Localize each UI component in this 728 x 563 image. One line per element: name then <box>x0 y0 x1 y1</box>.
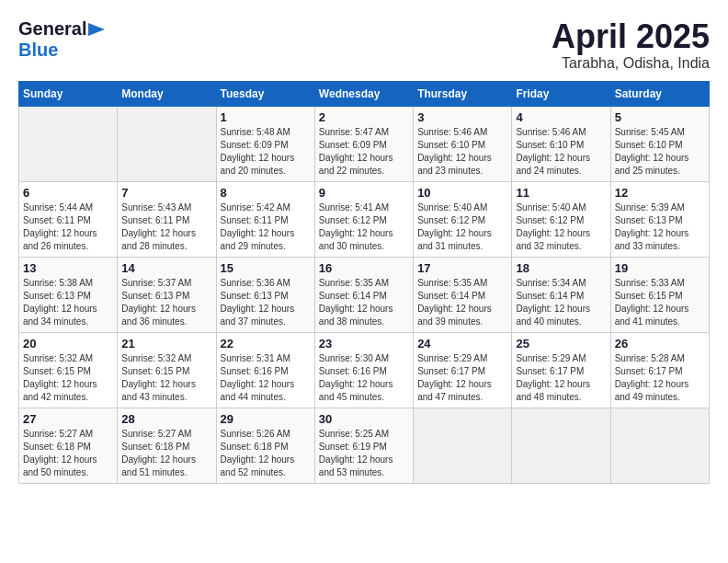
day-info: Sunrise: 5:29 AM Sunset: 6:17 PM Dayligh… <box>516 352 606 404</box>
day-info: Sunrise: 5:25 AM Sunset: 6:19 PM Dayligh… <box>319 428 409 479</box>
day-number: 14 <box>121 261 211 275</box>
day-number: 30 <box>319 412 409 426</box>
calendar-cell: 21Sunrise: 5:32 AM Sunset: 6:15 PM Dayli… <box>118 332 216 408</box>
day-number: 19 <box>615 261 705 275</box>
calendar-cell: 10Sunrise: 5:40 AM Sunset: 6:12 PM Dayli… <box>414 181 512 257</box>
day-info: Sunrise: 5:46 AM Sunset: 6:10 PM Dayligh… <box>516 126 606 178</box>
header-row: Sunday Monday Tuesday Wednesday Thursday… <box>19 81 710 106</box>
day-info: Sunrise: 5:41 AM Sunset: 6:12 PM Dayligh… <box>319 201 409 253</box>
calendar-cell: 30Sunrise: 5:25 AM Sunset: 6:19 PM Dayli… <box>314 408 413 483</box>
day-info: Sunrise: 5:34 AM Sunset: 6:14 PM Dayligh… <box>516 277 606 328</box>
day-info: Sunrise: 5:30 AM Sunset: 6:16 PM Dayligh… <box>319 352 409 404</box>
calendar-cell: 29Sunrise: 5:26 AM Sunset: 6:18 PM Dayli… <box>216 408 314 483</box>
day-info: Sunrise: 5:40 AM Sunset: 6:12 PM Dayligh… <box>516 201 606 253</box>
calendar-cell: 9Sunrise: 5:41 AM Sunset: 6:12 PM Daylig… <box>314 181 413 257</box>
day-info: Sunrise: 5:44 AM Sunset: 6:11 PM Dayligh… <box>23 201 113 253</box>
day-info: Sunrise: 5:40 AM Sunset: 6:12 PM Dayligh… <box>417 201 507 253</box>
day-info: Sunrise: 5:37 AM Sunset: 6:13 PM Dayligh… <box>121 277 211 328</box>
calendar-cell: 8Sunrise: 5:42 AM Sunset: 6:11 PM Daylig… <box>216 181 314 257</box>
calendar-cell <box>19 106 118 181</box>
day-info: Sunrise: 5:35 AM Sunset: 6:14 PM Dayligh… <box>319 277 409 328</box>
day-number: 5 <box>615 110 705 124</box>
calendar-week-3: 13Sunrise: 5:38 AM Sunset: 6:13 PM Dayli… <box>19 257 710 332</box>
day-number: 7 <box>121 186 211 200</box>
day-number: 17 <box>417 261 507 275</box>
calendar-cell: 23Sunrise: 5:30 AM Sunset: 6:16 PM Dayli… <box>314 332 413 408</box>
col-saturday: Saturday <box>610 81 709 106</box>
calendar-cell: 5Sunrise: 5:45 AM Sunset: 6:10 PM Daylig… <box>610 106 709 181</box>
day-info: Sunrise: 5:47 AM Sunset: 6:09 PM Dayligh… <box>319 126 409 178</box>
col-wednesday: Wednesday <box>314 81 413 106</box>
calendar-cell: 18Sunrise: 5:34 AM Sunset: 6:14 PM Dayli… <box>512 257 610 332</box>
calendar-week-5: 27Sunrise: 5:27 AM Sunset: 6:18 PM Dayli… <box>19 408 710 483</box>
logo-blue: Blue <box>18 40 58 60</box>
calendar-cell: 17Sunrise: 5:35 AM Sunset: 6:14 PM Dayli… <box>414 257 512 332</box>
logo-icon <box>88 23 105 36</box>
calendar-cell: 24Sunrise: 5:29 AM Sunset: 6:17 PM Dayli… <box>414 332 512 408</box>
day-number: 18 <box>516 261 606 275</box>
calendar-week-2: 6Sunrise: 5:44 AM Sunset: 6:11 PM Daylig… <box>19 181 710 257</box>
day-number: 10 <box>417 186 507 200</box>
calendar-cell: 28Sunrise: 5:27 AM Sunset: 6:18 PM Dayli… <box>118 408 216 483</box>
calendar-week-1: 1Sunrise: 5:48 AM Sunset: 6:09 PM Daylig… <box>19 106 710 181</box>
day-number: 29 <box>221 412 311 426</box>
day-info: Sunrise: 5:32 AM Sunset: 6:15 PM Dayligh… <box>23 352 113 404</box>
day-number: 26 <box>615 337 705 350</box>
day-info: Sunrise: 5:38 AM Sunset: 6:13 PM Dayligh… <box>23 277 113 328</box>
calendar-cell: 20Sunrise: 5:32 AM Sunset: 6:15 PM Dayli… <box>19 332 118 408</box>
calendar-cell <box>414 408 512 483</box>
day-info: Sunrise: 5:29 AM Sunset: 6:17 PM Dayligh… <box>417 352 507 404</box>
calendar-cell: 19Sunrise: 5:33 AM Sunset: 6:15 PM Dayli… <box>610 257 709 332</box>
svg-marker-0 <box>88 23 105 36</box>
day-number: 12 <box>615 186 705 200</box>
day-info: Sunrise: 5:39 AM Sunset: 6:13 PM Dayligh… <box>615 201 705 253</box>
calendar-week-4: 20Sunrise: 5:32 AM Sunset: 6:15 PM Dayli… <box>19 332 710 408</box>
day-info: Sunrise: 5:33 AM Sunset: 6:15 PM Dayligh… <box>615 277 705 328</box>
calendar-cell: 27Sunrise: 5:27 AM Sunset: 6:18 PM Dayli… <box>19 408 118 483</box>
calendar-cell: 15Sunrise: 5:36 AM Sunset: 6:13 PM Dayli… <box>216 257 314 332</box>
day-number: 24 <box>417 337 507 350</box>
col-monday: Monday <box>118 81 216 106</box>
day-info: Sunrise: 5:46 AM Sunset: 6:10 PM Dayligh… <box>417 126 507 178</box>
day-number: 20 <box>23 337 113 350</box>
col-tuesday: Tuesday <box>216 81 314 106</box>
day-info: Sunrise: 5:45 AM Sunset: 6:10 PM Dayligh… <box>615 126 705 178</box>
month-title: April 2025 <box>552 18 710 55</box>
day-number: 11 <box>516 186 606 200</box>
day-number: 23 <box>319 337 409 350</box>
calendar-cell: 14Sunrise: 5:37 AM Sunset: 6:13 PM Dayli… <box>118 257 216 332</box>
day-info: Sunrise: 5:27 AM Sunset: 6:18 PM Dayligh… <box>23 428 113 479</box>
day-number: 3 <box>417 110 507 124</box>
location-subtitle: Tarabha, Odisha, India <box>552 55 710 72</box>
day-info: Sunrise: 5:28 AM Sunset: 6:17 PM Dayligh… <box>615 352 705 404</box>
day-number: 22 <box>221 337 311 350</box>
day-info: Sunrise: 5:26 AM Sunset: 6:18 PM Dayligh… <box>221 428 311 479</box>
day-number: 2 <box>319 110 409 124</box>
calendar-cell: 7Sunrise: 5:43 AM Sunset: 6:11 PM Daylig… <box>118 181 216 257</box>
calendar-cell <box>118 106 216 181</box>
day-info: Sunrise: 5:27 AM Sunset: 6:18 PM Dayligh… <box>121 428 211 479</box>
calendar-cell: 3Sunrise: 5:46 AM Sunset: 6:10 PM Daylig… <box>414 106 512 181</box>
calendar-cell: 4Sunrise: 5:46 AM Sunset: 6:10 PM Daylig… <box>512 106 610 181</box>
day-number: 4 <box>516 110 606 124</box>
day-number: 25 <box>516 337 606 350</box>
calendar-cell: 12Sunrise: 5:39 AM Sunset: 6:13 PM Dayli… <box>610 181 709 257</box>
calendar-cell: 26Sunrise: 5:28 AM Sunset: 6:17 PM Dayli… <box>610 332 709 408</box>
day-info: Sunrise: 5:32 AM Sunset: 6:15 PM Dayligh… <box>121 352 211 404</box>
day-number: 16 <box>319 261 409 275</box>
calendar-table: Sunday Monday Tuesday Wednesday Thursday… <box>18 81 710 484</box>
day-number: 1 <box>221 110 311 124</box>
logo-general: General <box>18 18 86 40</box>
day-number: 27 <box>23 412 113 426</box>
header: General Blue April 2025 Tarabha, Odisha,… <box>18 18 710 72</box>
col-friday: Friday <box>512 81 610 106</box>
day-number: 21 <box>121 337 211 350</box>
logo: General Blue <box>18 18 105 61</box>
day-info: Sunrise: 5:42 AM Sunset: 6:11 PM Dayligh… <box>221 201 311 253</box>
title-area: April 2025 Tarabha, Odisha, India <box>552 18 710 72</box>
day-number: 9 <box>319 186 409 200</box>
calendar-body: 1Sunrise: 5:48 AM Sunset: 6:09 PM Daylig… <box>19 106 710 483</box>
day-number: 15 <box>221 261 311 275</box>
col-thursday: Thursday <box>414 81 512 106</box>
calendar-cell <box>610 408 709 483</box>
